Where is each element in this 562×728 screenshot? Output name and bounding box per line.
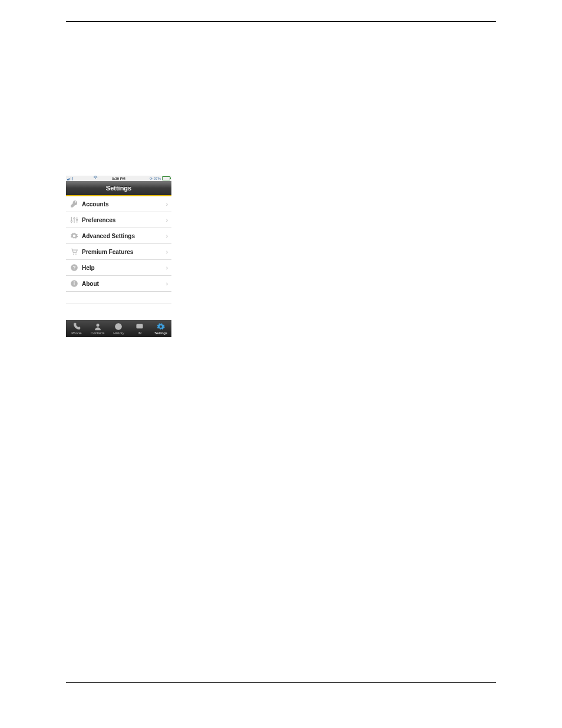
row-label: Preferences xyxy=(82,217,166,223)
info-icon: i xyxy=(70,279,79,288)
svg-point-6 xyxy=(96,324,99,327)
tab-history[interactable]: History xyxy=(108,320,130,337)
settings-icon xyxy=(157,322,165,331)
battery-percent: 97% xyxy=(154,177,161,180)
row-label: Premium Features xyxy=(82,249,166,255)
contacts-icon xyxy=(94,322,102,331)
row-label: Help xyxy=(82,265,166,271)
tab-label: Contacts xyxy=(91,331,105,335)
svg-text:i: i xyxy=(74,281,75,286)
chevron-right-icon: › xyxy=(166,233,168,239)
sliders-icon xyxy=(70,215,79,225)
tab-label: Settings xyxy=(154,331,167,335)
row-about[interactable]: i About › xyxy=(66,276,171,292)
chevron-right-icon: › xyxy=(166,249,168,255)
wifi-icon xyxy=(93,176,98,181)
tab-bar: Phone Contacts History IM xyxy=(66,320,171,337)
chevron-right-icon: › xyxy=(166,281,168,287)
tab-settings[interactable]: Settings xyxy=(150,320,171,337)
row-premium-features[interactable]: Premium Features › xyxy=(66,244,171,260)
help-icon: ? xyxy=(70,263,79,272)
list-divider xyxy=(66,304,171,304)
row-preferences[interactable]: Preferences › xyxy=(66,212,171,228)
row-help[interactable]: ? Help › xyxy=(66,260,171,276)
tab-label: Phone xyxy=(71,331,81,335)
bottom-rule xyxy=(66,682,496,683)
row-label: Accounts xyxy=(82,201,166,207)
settings-list: Accounts › Preferences › Advanced Settin… xyxy=(66,196,171,304)
row-label: About xyxy=(82,281,166,287)
row-accounts[interactable]: Accounts › xyxy=(66,196,171,212)
top-rule xyxy=(66,21,496,22)
tab-contacts[interactable]: Contacts xyxy=(87,320,108,337)
status-bar: 5:39 PM ⟳ 97% xyxy=(66,176,171,181)
row-advanced-settings[interactable]: Advanced Settings › xyxy=(66,228,171,244)
navbar: Settings xyxy=(66,181,171,196)
chevron-right-icon: › xyxy=(166,265,168,271)
status-time: 5:39 PM xyxy=(112,177,125,180)
im-icon xyxy=(135,322,144,331)
document-page: 5:39 PM ⟳ 97% Settings Accounts › xyxy=(0,0,562,728)
navbar-title: Settings xyxy=(106,185,131,192)
cart-icon xyxy=(70,247,79,256)
chevron-right-icon: › xyxy=(166,201,168,207)
chevron-right-icon: › xyxy=(166,217,168,223)
svg-rect-8 xyxy=(137,324,143,328)
phone-screenshot: 5:39 PM ⟳ 97% Settings Accounts › xyxy=(66,176,171,337)
row-label: Advanced Settings xyxy=(82,233,166,239)
phone-icon xyxy=(72,322,81,331)
battery-icon xyxy=(162,176,170,180)
history-icon xyxy=(114,322,123,331)
tab-phone[interactable]: Phone xyxy=(66,320,87,337)
battery-spinner-icon: ⟳ xyxy=(150,176,153,180)
svg-text:?: ? xyxy=(73,265,76,271)
key-icon xyxy=(70,199,79,209)
tab-im[interactable]: IM xyxy=(129,320,150,337)
tab-label: IM xyxy=(138,331,142,335)
signal-icon xyxy=(67,177,74,180)
battery-status: ⟳ 97% xyxy=(150,176,170,180)
svg-point-0 xyxy=(73,253,74,255)
gears-icon xyxy=(70,231,79,241)
svg-point-1 xyxy=(75,253,77,255)
tab-label: History xyxy=(113,331,124,335)
